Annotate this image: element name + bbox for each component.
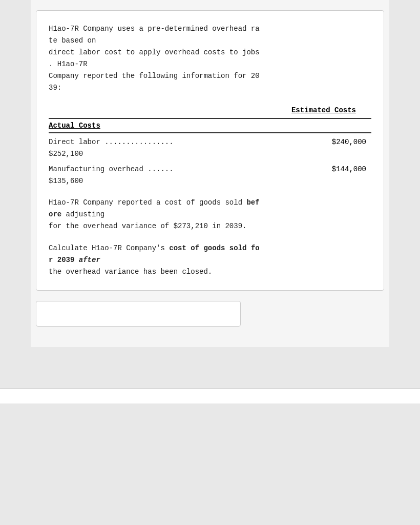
mfg-overhead-line1: Manufacturing overhead ...... $144,000 xyxy=(49,164,371,175)
actual-costs-label: Actual Costs xyxy=(49,120,371,131)
paragraph1-before: H1ao-7R Company reported a cost of goods… xyxy=(49,198,246,207)
paragraph1-bold-before: bef xyxy=(246,198,259,207)
paragraph2-bold2: r 2039 xyxy=(49,256,79,264)
direct-labor-line1: Direct labor ................ $240,000 xyxy=(49,136,371,148)
paragraph2-before: Calculate H1ao-7R Company's xyxy=(49,244,169,252)
cost-table: Estimated Costs Actual Costs Direct labo… xyxy=(49,105,371,187)
paragraph-2: Calculate H1ao-7R Company's cost of good… xyxy=(49,243,371,278)
intro-text-content: H1ao-7R Company uses a pre-determined ov… xyxy=(49,25,260,92)
actual-costs-header-row: Actual Costs xyxy=(49,120,371,133)
manufacturing-overhead-row: Manufacturing overhead ...... $144,000 $… xyxy=(49,164,371,187)
question-card: H1ao-7R Company uses a pre-determined ov… xyxy=(36,10,384,291)
paragraph2-line2: the overhead variance has been closed. xyxy=(49,268,212,276)
page-wrapper: H1ao-7R Company uses a pre-determined ov… xyxy=(0,0,420,525)
direct-labor-actual: $252,100 xyxy=(49,148,371,159)
answer-input[interactable] xyxy=(36,301,241,327)
paragraph2-italic: after xyxy=(79,256,100,264)
estimated-costs-header: Estimated Costs xyxy=(291,105,356,116)
mfg-overhead-estimated: $144,000 xyxy=(310,164,371,175)
mfg-overhead-label: Manufacturing overhead ...... xyxy=(49,164,310,175)
bottom-section xyxy=(0,347,420,388)
main-section: H1ao-7R Company uses a pre-determined ov… xyxy=(31,0,389,347)
bottom-bar xyxy=(0,388,420,403)
paragraph1-line2: for the overhead variance of $273,210 in… xyxy=(49,222,246,230)
paragraph-1: H1ao-7R Company reported a cost of goods… xyxy=(49,197,371,232)
paragraph1-bold-ore: ore xyxy=(49,210,61,218)
paragraph2-bold: cost of goods sold fo xyxy=(169,244,259,252)
mfg-overhead-actual: $135,600 xyxy=(49,175,371,187)
direct-labor-estimated: $240,000 xyxy=(310,136,371,148)
direct-labor-label: Direct labor ................ xyxy=(49,136,310,148)
intro-paragraph: H1ao-7R Company uses a pre-determined ov… xyxy=(49,23,371,94)
table-header-row: Estimated Costs xyxy=(49,105,371,119)
paragraph1-adjusting: adjusting xyxy=(61,210,104,218)
direct-labor-row: Direct labor ................ $240,000 $… xyxy=(49,136,371,159)
